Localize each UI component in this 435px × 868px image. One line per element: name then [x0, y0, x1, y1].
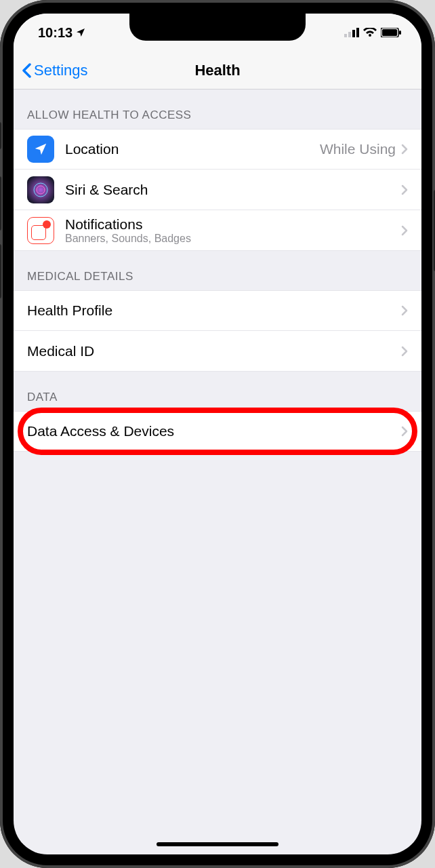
home-indicator[interactable] [157, 842, 278, 846]
volume-up-button [0, 176, 1, 231]
row-sublabel: Banners, Sounds, Badges [65, 233, 401, 245]
status-time: 10:13 [38, 25, 72, 41]
svg-rect-0 [344, 34, 347, 37]
back-button[interactable]: Settings [14, 62, 88, 79]
nav-bar: Settings Health [14, 52, 421, 90]
chevron-right-icon [401, 305, 408, 316]
battery-icon [381, 28, 401, 37]
row-location[interactable]: Location While Using [14, 129, 421, 170]
row-label: Health Profile [27, 302, 401, 319]
svg-point-8 [37, 186, 45, 194]
page-title: Health [194, 62, 240, 79]
location-icon [27, 136, 54, 163]
chevron-right-icon [401, 184, 408, 195]
row-label: Location [65, 141, 320, 157]
svg-rect-1 [348, 32, 351, 37]
mute-switch [0, 122, 1, 149]
chevron-right-icon [401, 225, 408, 236]
row-notifications[interactable]: Notifications Banners, Sounds, Badges [14, 210, 421, 251]
wifi-icon [363, 28, 377, 37]
svg-point-7 [34, 183, 47, 197]
location-services-icon [75, 27, 86, 38]
notch [129, 14, 306, 41]
row-label: Data Access & Devices [27, 423, 401, 439]
row-medical-id[interactable]: Medical ID [14, 331, 421, 372]
chevron-right-icon [401, 346, 408, 357]
row-value: While Using [320, 141, 396, 157]
chevron-left-icon [22, 63, 31, 78]
section-header-medical: MEDICAL DETAILS [14, 251, 421, 290]
section-header-data: DATA [14, 372, 421, 411]
row-health-profile[interactable]: Health Profile [14, 290, 421, 331]
screen: 10:13 Settings Health ALLOW HEALTH TO AC… [14, 14, 421, 854]
svg-rect-2 [352, 30, 355, 37]
cellular-icon [344, 28, 359, 37]
phone-frame: 10:13 Settings Health ALLOW HEALTH TO AC… [0, 0, 435, 868]
notifications-icon [27, 217, 54, 244]
chevron-right-icon [401, 144, 408, 155]
svg-rect-3 [356, 28, 359, 37]
siri-icon [27, 176, 54, 203]
section-header-access: ALLOW HEALTH TO ACCESS [14, 90, 421, 129]
volume-down-button [0, 244, 1, 298]
row-label: Notifications [65, 216, 401, 233]
svg-rect-6 [399, 31, 401, 35]
row-siri-search[interactable]: Siri & Search [14, 170, 421, 210]
back-label: Settings [34, 62, 88, 79]
svg-rect-5 [382, 29, 397, 36]
row-label: Medical ID [27, 343, 401, 359]
row-label: Siri & Search [65, 182, 401, 198]
chevron-right-icon [401, 426, 408, 437]
settings-content: ALLOW HEALTH TO ACCESS Location While Us… [14, 90, 421, 452]
row-data-access-devices[interactable]: Data Access & Devices [14, 411, 421, 452]
